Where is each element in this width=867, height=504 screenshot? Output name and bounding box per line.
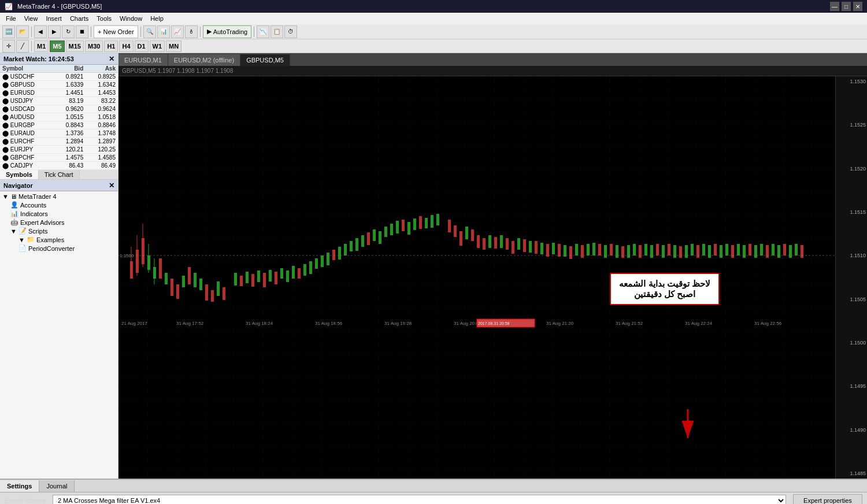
svg-rect-57 xyxy=(431,215,433,228)
menu-file[interactable]: File xyxy=(2,13,20,24)
market-watch-row[interactable]: ⬤ AUDUSD 1.0515 1.0518 xyxy=(0,113,118,121)
zoom-in-button[interactable]: 🔍 xyxy=(143,25,156,38)
line-chart-button[interactable]: 📈 xyxy=(171,25,184,38)
tf-d1[interactable]: D1 xyxy=(135,40,149,52)
row-symbol: ⬤ USDJPY xyxy=(0,97,53,105)
refresh-button[interactable]: ↻ xyxy=(62,25,75,38)
chart-tab-eurusd-m2[interactable]: EURUSD,M2 (offline) xyxy=(168,54,240,66)
menu-tools[interactable]: Tools xyxy=(93,13,115,24)
svg-text:31 Aug 18:24: 31 Aug 18:24 xyxy=(246,321,273,326)
expert-properties-button[interactable]: Expert properties xyxy=(793,494,862,504)
chart-svg-wrapper[interactable]: 21 Aug 2017 31 Aug 17:52 31 Aug 18:24 31… xyxy=(118,76,835,479)
stop-button[interactable]: ⏹ xyxy=(76,25,88,38)
menu-insert[interactable]: Insert xyxy=(42,13,65,24)
svg-rect-88 xyxy=(616,245,618,258)
market-watch-row[interactable]: ⬤ EURUSD 1.4451 1.4453 xyxy=(0,89,118,97)
market-watch-row[interactable]: ⬤ USDCAD 0.9620 0.9624 xyxy=(0,105,118,113)
market-watch-row[interactable]: ⬤ EURAUD 1.3736 1.3748 xyxy=(0,129,118,138)
tf-m5[interactable]: M5 xyxy=(50,40,64,52)
new-button[interactable]: 🆕 xyxy=(2,25,15,38)
chart-tab-gbpusd-m5[interactable]: GBPUSD,M5 xyxy=(240,54,290,66)
market-watch-row[interactable]: ⬤ EURGBP 0.8843 0.8846 xyxy=(0,121,118,129)
market-watch-row[interactable]: ⬤ USDJPY 83.19 83.22 xyxy=(0,97,118,105)
open-button[interactable]: 📂 xyxy=(16,25,29,38)
tf-mn[interactable]: MN xyxy=(166,40,181,52)
nav-examples[interactable]: ▼ 📁 Examples xyxy=(17,235,117,244)
title-bar-left: 📈 MetaTrader 4 - [GBPUSD,M5] xyxy=(5,3,102,10)
tab-tick-chart[interactable]: Tick Chart xyxy=(39,170,80,179)
row-symbol: ⬤ USDCAD xyxy=(0,105,53,113)
tf-w1[interactable]: W1 xyxy=(150,40,165,52)
menu-view[interactable]: View xyxy=(21,13,42,24)
svg-rect-36 xyxy=(309,261,312,274)
svg-rect-110 xyxy=(743,245,746,258)
chart-area: EURUSD,M1 EURUSD,M2 (offline) GBPUSD,M5 … xyxy=(118,53,867,479)
svg-rect-27 xyxy=(257,270,260,282)
candle-chart-button[interactable]: 🕯 xyxy=(185,25,198,38)
tab-settings[interactable]: Settings xyxy=(0,480,39,492)
tf-m30[interactable]: M30 xyxy=(85,40,103,52)
nav-pc-icon: 📄 xyxy=(18,244,27,252)
templates-button[interactable]: 📋 xyxy=(271,25,283,38)
svg-rect-23 xyxy=(234,273,237,286)
nav-metatrader4[interactable]: ▼ 🖥 MetaTrader 4 xyxy=(1,192,117,201)
close-button[interactable]: ✕ xyxy=(853,2,862,11)
market-watch-row[interactable]: ⬤ GBPUSD 1.6339 1.6342 xyxy=(0,81,118,89)
nav-indicators[interactable]: 📊 Indicators xyxy=(9,209,117,218)
svg-rect-58 xyxy=(436,214,439,225)
nav-expert-advisors[interactable]: 🤖 Expert Advisors xyxy=(9,218,117,227)
autotrading-button[interactable]: ▶ AutoTrading xyxy=(203,25,252,38)
menu-window[interactable]: Window xyxy=(116,13,146,24)
tf-h4[interactable]: H4 xyxy=(119,40,133,52)
market-watch-row[interactable]: ⬤ GBPCHF 1.4575 1.4585 xyxy=(0,154,118,162)
svg-rect-80 xyxy=(569,246,572,259)
navigator-close[interactable]: ✕ xyxy=(109,181,114,190)
nav-accounts[interactable]: 👤 Accounts xyxy=(9,201,117,209)
period-sep-button[interactable]: ⏱ xyxy=(284,25,297,38)
svg-rect-73 xyxy=(529,241,532,253)
svg-rect-41 xyxy=(338,247,341,260)
svg-rect-44 xyxy=(355,238,358,251)
svg-rect-120 xyxy=(801,245,803,258)
tf-m1[interactable]: M1 xyxy=(34,40,49,52)
svg-rect-50 xyxy=(390,224,393,235)
market-watch-row[interactable]: ⬤ EURCHF 1.2894 1.2897 xyxy=(0,138,118,146)
market-watch-row[interactable]: ⬤ CADJPY 86.43 86.49 xyxy=(0,162,118,170)
market-watch-close[interactable]: ✕ xyxy=(109,55,114,63)
svg-rect-28 xyxy=(263,273,266,287)
menu-help[interactable]: Help xyxy=(147,13,167,24)
new-order-button[interactable]: + New Order xyxy=(94,25,138,38)
svg-rect-94 xyxy=(650,245,653,258)
row-bid: 86.43 xyxy=(53,162,86,170)
line-tool-button[interactable]: ╱ xyxy=(16,40,29,53)
svg-rect-111 xyxy=(749,244,751,255)
indicators-button[interactable]: 📉 xyxy=(257,25,269,38)
chart-bar-button[interactable]: 📊 xyxy=(157,25,170,38)
maximize-button[interactable]: □ xyxy=(842,2,851,11)
svg-rect-37 xyxy=(315,258,318,269)
market-watch-row[interactable]: ⬤ USDCHF 0.8921 0.8925 xyxy=(0,73,118,81)
nav-period-converter[interactable]: 📄 PeriodConverter xyxy=(17,244,117,253)
ea-dropdown[interactable]: 2 MA Crosses Mega filter EA V1.ex4 xyxy=(53,495,786,504)
svg-rect-45 xyxy=(361,235,364,247)
market-watch-row[interactable]: ⬤ EURJPY 120.21 120.25 xyxy=(0,146,118,154)
svg-rect-24 xyxy=(240,276,243,286)
nav-scripts[interactable]: ▼ 📝 Scripts xyxy=(9,227,117,235)
svg-rect-95 xyxy=(656,244,659,255)
minimize-button[interactable]: — xyxy=(830,2,839,11)
price-1530: 1.1530 xyxy=(837,79,866,84)
chart-tab-eurusd-m1[interactable]: EURUSD,M1 xyxy=(118,54,168,66)
forward-button[interactable]: ▶ xyxy=(48,25,61,38)
menu-charts[interactable]: Charts xyxy=(66,13,92,24)
nav-accounts-icon: 👤 xyxy=(10,201,18,209)
tab-journal[interactable]: Journal xyxy=(39,480,75,492)
nav-ea-icon: 🤖 xyxy=(10,218,18,226)
tab-symbols[interactable]: Symbols xyxy=(0,170,39,179)
tf-m15[interactable]: M15 xyxy=(66,40,84,52)
tf-h1[interactable]: H1 xyxy=(104,40,118,52)
crosshair-button[interactable]: ✛ xyxy=(2,40,15,53)
svg-rect-77 xyxy=(552,243,555,254)
svg-rect-82 xyxy=(581,245,584,258)
back-button[interactable]: ◀ xyxy=(34,25,47,38)
nav-pc-label: PeriodConverter xyxy=(28,245,75,252)
